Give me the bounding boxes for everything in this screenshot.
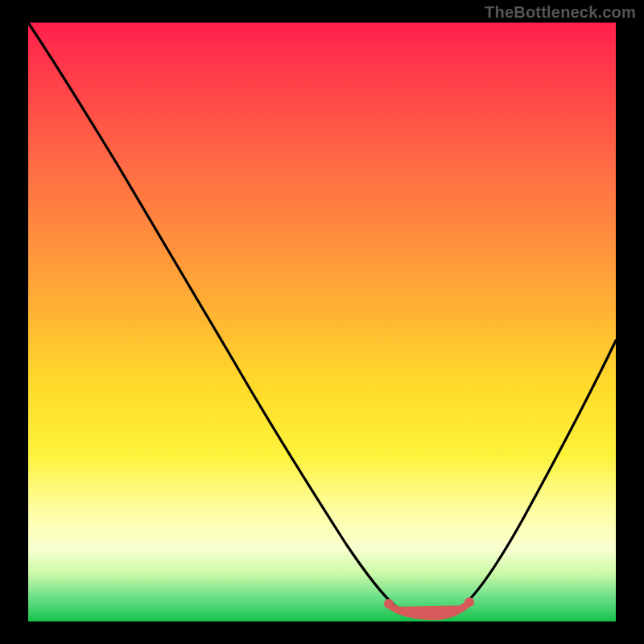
bottleneck-curve bbox=[28, 23, 616, 617]
curve-svg bbox=[28, 23, 616, 621]
watermark-text: TheBottleneck.com bbox=[485, 3, 636, 22]
chart-frame: TheBottleneck.com bbox=[0, 0, 644, 644]
marker-dot-left bbox=[384, 599, 394, 609]
plot-area bbox=[28, 23, 616, 621]
marker-cluster bbox=[392, 605, 466, 617]
marker-dot-right bbox=[464, 597, 474, 607]
